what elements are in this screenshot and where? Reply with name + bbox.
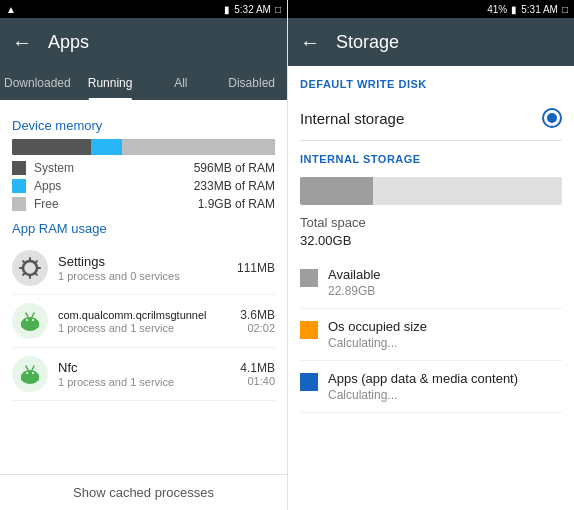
memory-bar-apps xyxy=(91,139,123,155)
left-title: Apps xyxy=(48,32,89,53)
left-back-button[interactable]: ← xyxy=(12,31,32,54)
right-content: DEFAULT WRITE DISK Internal storage INTE… xyxy=(288,66,574,510)
tab-all[interactable]: All xyxy=(145,66,216,100)
nfc-name: Nfc xyxy=(58,360,240,375)
stat-os-color xyxy=(300,321,318,339)
stat-apps-value: Calculating... xyxy=(328,388,562,402)
nfc-size-block: 4.1MB 01:40 xyxy=(240,361,275,387)
qualcomm-size-block: 3.6MB 02:02 xyxy=(240,308,275,334)
svg-rect-5 xyxy=(35,321,39,328)
tabs-bar: Downloaded Running All Disabled xyxy=(0,66,287,100)
total-space-value: 32.00GB xyxy=(300,233,351,248)
app-ram-title: App RAM usage xyxy=(12,221,275,236)
wifi-icon: ▲ xyxy=(6,4,16,15)
legend-apps-color xyxy=(12,179,26,193)
svg-rect-13 xyxy=(35,374,39,381)
nfc-icon xyxy=(12,356,48,392)
total-space-block: Total space 32.00GB xyxy=(300,213,562,249)
left-time: 5:32 AM xyxy=(234,4,271,15)
left-status-bar: ▲ ▮ 5:32 AM □ xyxy=(0,0,287,18)
svg-rect-4 xyxy=(21,321,25,328)
qualcomm-time: 02:02 xyxy=(240,322,275,334)
right-time: 5:31 AM xyxy=(521,4,558,15)
storage-bar-used xyxy=(300,177,373,205)
radio-inner xyxy=(547,113,557,123)
default-write-disk-label: DEFAULT WRITE DISK xyxy=(300,66,562,96)
svg-point-7 xyxy=(32,319,34,321)
legend-apps: Apps 233MB of RAM xyxy=(12,179,275,193)
stat-available-value: 22.89GB xyxy=(328,284,562,298)
internal-storage-option[interactable]: Internal storage xyxy=(300,96,562,141)
legend-free-value: 1.9GB of RAM xyxy=(198,197,275,211)
storage-bar xyxy=(300,177,562,205)
memory-legend: System 596MB of RAM Apps 233MB of RAM Fr… xyxy=(12,161,275,211)
left-status-right: ▮ 5:32 AM □ xyxy=(224,4,281,15)
left-content: Device memory System 596MB of RAM Apps 2… xyxy=(0,100,287,474)
internal-storage-section-label: INTERNAL STORAGE xyxy=(300,141,562,171)
right-header: ← Storage xyxy=(288,18,574,66)
qualcomm-info: com.qualcomm.qcrilmsgtunnel 1 process an… xyxy=(58,309,240,334)
settings-name: Settings xyxy=(58,254,237,269)
tab-downloaded[interactable]: Downloaded xyxy=(0,66,75,100)
stat-available-info: Available 22.89GB xyxy=(328,267,562,298)
settings-size-block: 111MB xyxy=(237,261,275,275)
stat-available: Available 22.89GB xyxy=(300,257,562,309)
stat-os: Os occupied size Calculating... xyxy=(300,309,562,361)
app-item-qualcomm[interactable]: com.qualcomm.qcrilmsgtunnel 1 process an… xyxy=(12,295,275,348)
legend-system-value: 596MB of RAM xyxy=(194,161,275,175)
show-cached-button[interactable]: Show cached processes xyxy=(0,474,287,510)
memory-bar-free xyxy=(122,139,275,155)
sim-icon-right: □ xyxy=(562,4,568,15)
qualcomm-name: com.qualcomm.qcrilmsgtunnel xyxy=(58,309,240,321)
qualcomm-icon xyxy=(12,303,48,339)
legend-free-color xyxy=(12,197,26,211)
right-back-button[interactable]: ← xyxy=(300,31,320,54)
sim-icon: □ xyxy=(275,4,281,15)
total-space-label: Total space xyxy=(300,215,366,230)
right-title: Storage xyxy=(336,32,399,53)
legend-free: Free 1.9GB of RAM xyxy=(12,197,275,211)
legend-apps-label: Apps xyxy=(34,179,194,193)
stat-available-label: Available xyxy=(328,267,562,282)
legend-system-label: System xyxy=(34,161,194,175)
app-list: Settings 1 process and 0 services 111MB xyxy=(12,242,275,401)
tab-running[interactable]: Running xyxy=(75,66,146,100)
stat-apps-label: Apps (app data & media content) xyxy=(328,371,562,386)
svg-point-14 xyxy=(26,372,28,374)
right-battery-level: 41% xyxy=(487,4,507,15)
nfc-subtitle: 1 process and 1 service xyxy=(58,376,240,388)
svg-point-0 xyxy=(12,250,48,286)
stat-os-info: Os occupied size Calculating... xyxy=(328,319,562,350)
app-item-settings[interactable]: Settings 1 process and 0 services 111MB xyxy=(12,242,275,295)
internal-storage-radio[interactable] xyxy=(542,108,562,128)
tab-disabled[interactable]: Disabled xyxy=(216,66,287,100)
stat-available-color xyxy=(300,269,318,287)
memory-bar-system xyxy=(12,139,91,155)
right-panel: 41% ▮ 5:31 AM □ ← Storage DEFAULT WRITE … xyxy=(287,0,574,510)
nfc-info: Nfc 1 process and 1 service xyxy=(58,360,240,388)
app-item-nfc[interactable]: Nfc 1 process and 1 service 4.1MB 01:40 xyxy=(12,348,275,401)
storage-stats: Available 22.89GB Os occupied size Calcu… xyxy=(300,257,562,413)
stat-apps: Apps (app data & media content) Calculat… xyxy=(300,361,562,413)
stat-os-value: Calculating... xyxy=(328,336,562,350)
stat-apps-color xyxy=(300,373,318,391)
svg-point-6 xyxy=(26,319,28,321)
left-panel: ▲ ▮ 5:32 AM □ ← Apps Downloaded Running … xyxy=(0,0,287,510)
qualcomm-subtitle: 1 process and 1 service xyxy=(58,322,240,334)
legend-system: System 596MB of RAM xyxy=(12,161,275,175)
left-header: ← Apps xyxy=(0,18,287,66)
stat-apps-info: Apps (app data & media content) Calculat… xyxy=(328,371,562,402)
internal-storage-label: Internal storage xyxy=(300,110,542,127)
battery-icon-right: ▮ xyxy=(511,4,517,15)
right-status-bar: 41% ▮ 5:31 AM □ xyxy=(288,0,574,18)
legend-system-color xyxy=(12,161,26,175)
svg-rect-12 xyxy=(21,374,25,381)
device-memory-title: Device memory xyxy=(12,118,275,133)
stat-os-label: Os occupied size xyxy=(328,319,562,334)
right-status-right: 41% ▮ 5:31 AM □ xyxy=(487,4,568,15)
battery-icon: ▮ xyxy=(224,4,230,15)
svg-point-15 xyxy=(32,372,34,374)
settings-subtitle: 1 process and 0 services xyxy=(58,270,237,282)
legend-apps-value: 233MB of RAM xyxy=(194,179,275,193)
nfc-size: 4.1MB xyxy=(240,361,275,375)
